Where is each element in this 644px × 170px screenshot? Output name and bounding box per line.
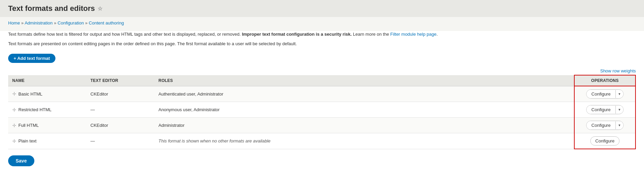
name-cell: ✛ Basic HTML bbox=[8, 86, 86, 102]
table-row: ✛ Basic HTML CKEditor Authenticated user… bbox=[8, 86, 635, 102]
configure-btn-group: Configure ▾ bbox=[586, 105, 623, 114]
breadcrumb-home[interactable]: Home bbox=[8, 20, 20, 26]
page-title-bar: Text formats and editors ☆ bbox=[0, 0, 644, 17]
favorite-star-icon[interactable]: ☆ bbox=[98, 5, 102, 12]
operations-cell: Configure ▾ bbox=[574, 102, 635, 118]
breadcrumb-configuration[interactable]: Configuration bbox=[57, 20, 84, 26]
add-text-format-button[interactable]: + Add text format bbox=[8, 54, 55, 63]
configure-button[interactable]: Configure bbox=[587, 90, 615, 98]
table-body: ✛ Basic HTML CKEditor Authenticated user… bbox=[8, 86, 635, 149]
col-header-operations: OPERATIONS bbox=[574, 75, 635, 86]
drag-handle-icon[interactable]: ✛ bbox=[12, 91, 16, 97]
roles-cell: Anonymous user, Administrator bbox=[154, 102, 574, 118]
text-editor-cell: CKEditor bbox=[86, 118, 154, 133]
drag-handle-icon[interactable]: ✛ bbox=[12, 123, 16, 128]
format-name: Plain text bbox=[18, 138, 36, 143]
drag-handle-icon[interactable]: ✛ bbox=[12, 138, 16, 144]
operations-cell: Configure ▾ bbox=[574, 86, 635, 102]
format-name: Full HTML bbox=[18, 123, 39, 128]
page-wrapper: Text formats and editors ☆ Home » Admini… bbox=[0, 0, 644, 170]
description-line2: Text formats are presented on content ed… bbox=[8, 40, 636, 47]
configure-button[interactable]: Configure bbox=[590, 136, 620, 146]
show-row-weights-link[interactable]: Show row weights bbox=[600, 68, 636, 73]
text-editor-cell: CKEditor bbox=[86, 86, 154, 102]
breadcrumb-content-authoring[interactable]: Content authoring bbox=[89, 20, 124, 26]
show-row-weights-container: Show row weights bbox=[8, 68, 636, 73]
formats-table: NAME TEXT EDITOR ROLES OPERATIONS ✛ Basi… bbox=[8, 75, 636, 149]
page-title-text: Text formats and editors bbox=[8, 4, 95, 13]
name-cell: ✛ Restricted HTML bbox=[8, 102, 86, 118]
roles-cell: This format is shown when no other forma… bbox=[154, 133, 574, 149]
format-name: Basic HTML bbox=[18, 91, 43, 97]
name-cell: ✛ Full HTML bbox=[8, 118, 86, 133]
col-header-roles: ROLES bbox=[154, 75, 574, 86]
configure-dropdown-button[interactable]: ▾ bbox=[615, 106, 623, 114]
roles-cell: Administrator bbox=[154, 118, 574, 133]
configure-button[interactable]: Configure bbox=[587, 105, 615, 114]
format-name: Restricted HTML bbox=[18, 107, 52, 112]
breadcrumb: Home » Administration » Configuration » … bbox=[0, 17, 644, 28]
description-line1: Text formats define how text is filtered… bbox=[8, 31, 636, 38]
text-editor-cell: — bbox=[86, 102, 154, 118]
table-row: ✛ Restricted HTML — Anonymous user, Admi… bbox=[8, 102, 635, 118]
save-button[interactable]: Save bbox=[8, 155, 34, 166]
configure-dropdown-button[interactable]: ▾ bbox=[615, 90, 623, 98]
main-content: Text formats define how text is filtered… bbox=[0, 31, 644, 170]
filter-module-help-link[interactable]: Filter module help page bbox=[390, 32, 437, 37]
configure-btn-group: Configure ▾ bbox=[586, 121, 623, 130]
configure-button[interactable]: Configure bbox=[587, 121, 615, 130]
table-row: ✛ Plain text — This format is shown when… bbox=[8, 133, 635, 149]
text-editor-cell: — bbox=[86, 133, 154, 149]
table-header: NAME TEXT EDITOR ROLES OPERATIONS bbox=[8, 75, 635, 86]
col-header-text-editor: TEXT EDITOR bbox=[86, 75, 154, 86]
drag-handle-icon[interactable]: ✛ bbox=[12, 107, 16, 113]
col-header-name: NAME bbox=[8, 75, 86, 86]
operations-cell: Configure ▾ bbox=[574, 118, 635, 133]
table-row: ✛ Full HTML CKEditor Administrator Confi… bbox=[8, 118, 635, 133]
breadcrumb-administration[interactable]: Administration bbox=[24, 20, 52, 26]
name-cell: ✛ Plain text bbox=[8, 133, 86, 149]
roles-cell: Authenticated user, Administrator bbox=[154, 86, 574, 102]
configure-btn-group: Configure ▾ bbox=[586, 89, 623, 99]
configure-dropdown-button[interactable]: ▾ bbox=[615, 121, 623, 129]
operations-cell: Configure bbox=[574, 133, 635, 149]
